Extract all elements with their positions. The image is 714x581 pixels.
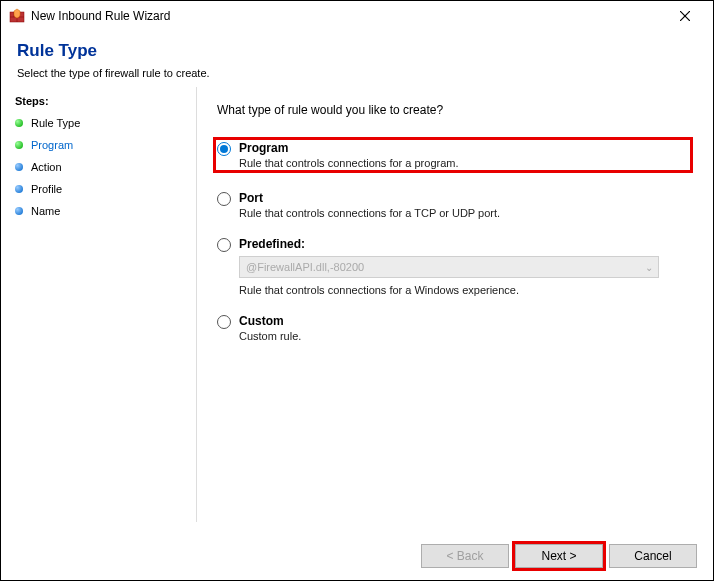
option-custom: Custom Custom rule.	[217, 314, 693, 342]
radio-program[interactable]	[217, 142, 231, 156]
step-label: Action	[31, 161, 62, 173]
option-custom-title: Custom	[239, 314, 693, 328]
radio-port[interactable]	[217, 192, 231, 206]
bullet-icon	[15, 185, 23, 193]
option-program-desc: Rule that controls connections for a pro…	[239, 157, 689, 169]
close-icon	[680, 11, 690, 21]
bullet-icon	[15, 207, 23, 215]
steps-sidebar: Steps: Rule Type Program Action Profile …	[1, 87, 196, 522]
cancel-button[interactable]: Cancel	[609, 544, 697, 568]
step-label: Rule Type	[31, 117, 80, 129]
wizard-footer: < Back Next > Cancel	[1, 532, 713, 580]
question-text: What type of rule would you like to crea…	[217, 103, 693, 117]
option-program: Program Rule that controls connections f…	[213, 137, 693, 173]
page-title: Rule Type	[17, 41, 697, 61]
back-button[interactable]: < Back	[421, 544, 509, 568]
steps-heading: Steps:	[15, 95, 184, 107]
step-label: Name	[31, 205, 60, 217]
step-name[interactable]: Name	[15, 203, 184, 219]
step-profile[interactable]: Profile	[15, 181, 184, 197]
close-button[interactable]	[665, 2, 705, 30]
option-custom-desc: Custom rule.	[239, 330, 693, 342]
page-description: Select the type of firewall rule to crea…	[17, 67, 697, 79]
window-title: New Inbound Rule Wizard	[31, 9, 665, 23]
option-port: Port Rule that controls connections for …	[217, 191, 693, 219]
titlebar: New Inbound Rule Wizard	[1, 1, 713, 31]
option-predefined-title: Predefined:	[239, 237, 693, 251]
radio-predefined[interactable]	[217, 238, 231, 252]
radio-custom[interactable]	[217, 315, 231, 329]
predefined-select: @FirewallAPI.dll,-80200	[239, 256, 659, 278]
step-action[interactable]: Action	[15, 159, 184, 175]
option-predefined: Predefined: @FirewallAPI.dll,-80200 ⌄ Ru…	[217, 237, 693, 296]
option-program-title: Program	[239, 141, 689, 155]
option-port-title: Port	[239, 191, 693, 205]
option-predefined-desc: Rule that controls connections for a Win…	[239, 284, 693, 296]
bullet-icon	[15, 119, 23, 127]
bullet-icon	[15, 163, 23, 171]
wizard-header: Rule Type Select the type of firewall ru…	[1, 31, 713, 87]
step-program[interactable]: Program	[15, 137, 184, 153]
step-rule-type[interactable]: Rule Type	[15, 115, 184, 131]
firewall-icon	[9, 8, 25, 24]
option-port-desc: Rule that controls connections for a TCP…	[239, 207, 693, 219]
step-label: Profile	[31, 183, 62, 195]
next-button[interactable]: Next >	[515, 544, 603, 568]
bullet-icon	[15, 141, 23, 149]
step-label: Program	[31, 139, 73, 151]
main-panel: What type of rule would you like to crea…	[196, 87, 713, 522]
